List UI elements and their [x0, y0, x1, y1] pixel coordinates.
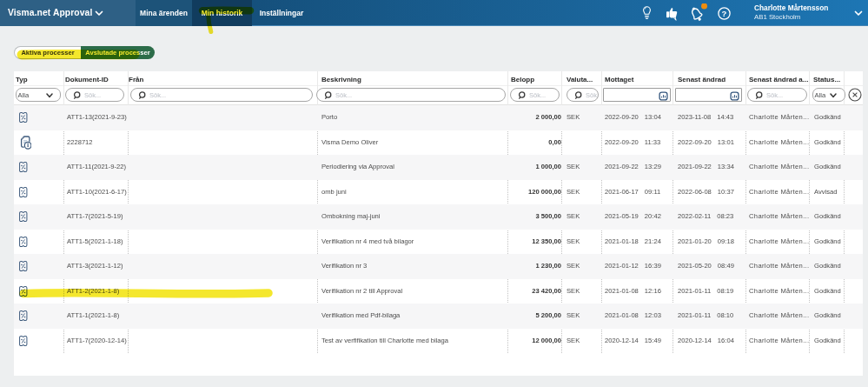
svg-text:?: ?: [722, 9, 727, 18]
